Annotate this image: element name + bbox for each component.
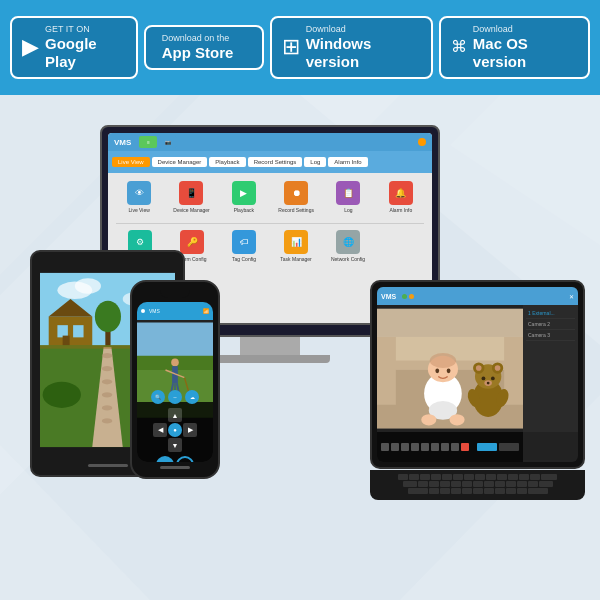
tab-key[interactable] bbox=[403, 481, 417, 487]
dpad-empty4 bbox=[183, 438, 197, 452]
task-manager-icon: 📊 bbox=[284, 230, 308, 254]
list-item[interactable]: 👁 Live View bbox=[116, 181, 162, 213]
list-item[interactable]: 🌐 Network Config bbox=[324, 230, 372, 262]
monitor-icons-grid: 👁 Live View 📱 Device Manager ▶ Playback bbox=[108, 173, 432, 221]
key[interactable] bbox=[530, 474, 540, 480]
tablet-ctrl-btn-1[interactable] bbox=[381, 443, 389, 451]
tablet-snap-btn[interactable] bbox=[499, 443, 519, 451]
shift-key-r[interactable] bbox=[528, 488, 548, 494]
monitor-nav-alarm[interactable]: Alarm Info bbox=[328, 157, 367, 167]
svg-point-24 bbox=[102, 379, 112, 384]
monitor-nav-playback[interactable]: Playback bbox=[209, 157, 245, 167]
key[interactable] bbox=[440, 481, 450, 487]
tablet-ctrl-btn-7[interactable] bbox=[441, 443, 449, 451]
zoom-icon[interactable]: 🔍 bbox=[151, 390, 165, 404]
key[interactable] bbox=[462, 481, 472, 487]
dpad-down[interactable]: ▼ bbox=[168, 438, 182, 452]
monitor-nav-live[interactable]: Live View bbox=[112, 157, 150, 167]
key[interactable] bbox=[451, 488, 461, 494]
key[interactable] bbox=[495, 481, 505, 487]
shift-key[interactable] bbox=[408, 488, 428, 494]
key[interactable] bbox=[453, 474, 463, 480]
key[interactable] bbox=[451, 481, 461, 487]
key[interactable] bbox=[506, 488, 516, 494]
phone-screen: VMS 📶 bbox=[137, 302, 213, 462]
tablet-cam-item-1[interactable]: 1 External... bbox=[526, 308, 575, 319]
zoom-out-button[interactable]: - bbox=[176, 456, 194, 462]
list-item[interactable]: 🔔 Alarm Info bbox=[378, 181, 424, 213]
tablet-ctrl-btn-6[interactable] bbox=[431, 443, 439, 451]
key[interactable] bbox=[508, 474, 518, 480]
windows-small-text: Download bbox=[306, 24, 421, 35]
windows-large-text: Windows version bbox=[306, 35, 421, 71]
key[interactable] bbox=[517, 481, 527, 487]
svg-rect-11 bbox=[49, 316, 93, 346]
dpad-right[interactable]: ▶ bbox=[183, 423, 197, 437]
key[interactable] bbox=[473, 488, 483, 494]
key[interactable] bbox=[431, 474, 441, 480]
tablet-live-btn[interactable] bbox=[477, 443, 497, 451]
dpad-left[interactable]: ◀ bbox=[153, 423, 167, 437]
log-icon: 📋 bbox=[336, 181, 360, 205]
key[interactable] bbox=[409, 474, 419, 480]
google-play-button[interactable]: ▶ GET IT ON Google Play bbox=[10, 16, 138, 79]
key[interactable] bbox=[497, 474, 507, 480]
tablet-rec-btn[interactable] bbox=[461, 443, 469, 451]
key[interactable] bbox=[506, 481, 516, 487]
key[interactable] bbox=[495, 488, 505, 494]
list-item[interactable]: ▶ Playback bbox=[221, 181, 267, 213]
key[interactable] bbox=[464, 474, 474, 480]
monitor-base bbox=[210, 355, 330, 363]
windows-button[interactable]: ⊞ Download Windows version bbox=[270, 16, 433, 79]
macos-button[interactable]: ⌘ Download Mac OS version bbox=[439, 16, 590, 79]
svg-point-9 bbox=[75, 278, 101, 294]
zoom-in-button[interactable]: + bbox=[156, 456, 174, 462]
key[interactable] bbox=[429, 488, 439, 494]
phone-status-icons: 📶 bbox=[203, 308, 209, 314]
tablet-controls bbox=[381, 443, 469, 451]
cloud-icon[interactable]: ☁ bbox=[185, 390, 199, 404]
key[interactable] bbox=[418, 481, 428, 487]
svg-point-26 bbox=[102, 405, 112, 410]
monitor-nav-log[interactable]: Log bbox=[304, 157, 326, 167]
tablet-close-btn[interactable]: ✕ bbox=[569, 293, 574, 300]
vms-logo: VMS bbox=[114, 138, 131, 147]
list-item[interactable]: 📋 Log bbox=[325, 181, 371, 213]
key[interactable] bbox=[462, 488, 472, 494]
key[interactable] bbox=[420, 474, 430, 480]
ptz-icon[interactable]: ↔ bbox=[168, 390, 182, 404]
monitor-nav-record[interactable]: Record Settings bbox=[248, 157, 303, 167]
key[interactable] bbox=[440, 488, 450, 494]
tablet-cam-item-2[interactable]: Camera 2 bbox=[526, 319, 575, 330]
tablet-ctrl-btn-4[interactable] bbox=[411, 443, 419, 451]
key[interactable] bbox=[473, 481, 483, 487]
list-item[interactable]: 📊 Task Manager bbox=[272, 230, 320, 262]
devices-container: VMS ≡ 📷 Live View Device Manager Playbac… bbox=[0, 95, 600, 600]
key[interactable] bbox=[442, 474, 452, 480]
monitor-nav-device[interactable]: Device Manager bbox=[152, 157, 208, 167]
dpad-empty bbox=[153, 408, 167, 422]
list-item[interactable]: 🏷 Tag Config bbox=[220, 230, 268, 262]
key[interactable] bbox=[429, 481, 439, 487]
tablet-ctrl-btn-2[interactable] bbox=[391, 443, 399, 451]
list-item[interactable]: ⏺ Record Settings bbox=[273, 181, 319, 213]
tablet-ctrl-btn-3[interactable] bbox=[401, 443, 409, 451]
tablet-cam-item-3[interactable]: Camera 3 bbox=[526, 330, 575, 341]
dpad-up[interactable]: ▲ bbox=[168, 408, 182, 422]
key[interactable] bbox=[484, 481, 494, 487]
key[interactable] bbox=[475, 474, 485, 480]
tablet-ctrl-btn-8[interactable] bbox=[451, 443, 459, 451]
app-store-button[interactable]: Download on the App Store bbox=[144, 25, 264, 70]
key[interactable] bbox=[519, 474, 529, 480]
tablet-ctrl-btn-5[interactable] bbox=[421, 443, 429, 451]
svg-rect-14 bbox=[73, 325, 83, 337]
enter-key[interactable] bbox=[539, 481, 553, 487]
dpad-center[interactable]: ● bbox=[168, 423, 182, 437]
key[interactable] bbox=[528, 481, 538, 487]
key[interactable] bbox=[484, 488, 494, 494]
key[interactable] bbox=[517, 488, 527, 494]
key[interactable] bbox=[486, 474, 496, 480]
backspace-key[interactable] bbox=[541, 474, 557, 480]
list-item[interactable]: 📱 Device Manager bbox=[168, 181, 214, 213]
key[interactable] bbox=[398, 474, 408, 480]
